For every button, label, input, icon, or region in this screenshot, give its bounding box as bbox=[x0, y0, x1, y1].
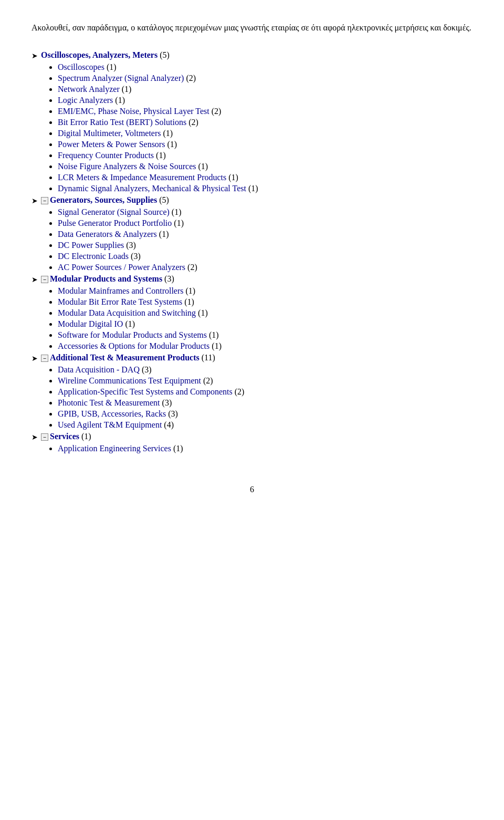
child-count-oscilloscopes-3: (1) bbox=[113, 96, 125, 105]
list-item: Data Generators & Analyzers (1) bbox=[58, 230, 472, 239]
section-link-additional[interactable]: Additional Test & Measurement Products bbox=[50, 353, 200, 362]
list-item: Application Engineering Services (1) bbox=[58, 444, 472, 453]
list-item: Dynamic Signal Analyzers, Mechanical & P… bbox=[58, 184, 472, 193]
child-count-services-0: (1) bbox=[171, 444, 183, 453]
list-item: Wireline Communications Test Equipment (… bbox=[58, 376, 472, 386]
child-link-oscilloscopes-0[interactable]: Oscilloscopes bbox=[58, 63, 104, 71]
child-count-oscilloscopes-2: (1) bbox=[120, 85, 132, 94]
list-item: Used Agilent T&M Equipment (4) bbox=[58, 420, 472, 430]
sub-list-modular: Modular Mainframes and Controllers (1)Mo… bbox=[32, 286, 472, 351]
list-item: Bit Error Ratio Test (BERT) Solutions (2… bbox=[58, 118, 472, 127]
expand-icon[interactable]: − bbox=[41, 197, 48, 204]
child-link-modular-4[interactable]: Software for Modular Products and System… bbox=[58, 330, 207, 339]
child-link-additional-1[interactable]: Wireline Communications Test Equipment bbox=[58, 376, 201, 385]
child-count-additional-3: (3) bbox=[160, 398, 172, 407]
list-item: Network Analyzer (1) bbox=[58, 85, 472, 94]
child-count-generators-2: (1) bbox=[157, 230, 169, 238]
section-link-oscilloscopes[interactable]: Oscilloscopes, Analyzers, Meters bbox=[41, 50, 158, 59]
section-item-generators: ➤−Generators, Sources, Supplies (5) bbox=[32, 195, 472, 205]
child-count-generators-0: (1) bbox=[170, 207, 182, 216]
arrow-icon: ➤ bbox=[32, 433, 38, 442]
sub-list-additional: Data Acquisition - DAQ (3)Wireline Commu… bbox=[32, 365, 472, 430]
child-count-modular-5: (1) bbox=[209, 341, 222, 350]
child-link-oscilloscopes-5[interactable]: Bit Error Ratio Test (BERT) Solutions bbox=[58, 118, 186, 127]
section-count-oscilloscopes: (5) bbox=[158, 50, 170, 59]
child-link-oscilloscopes-4[interactable]: EMI/EMC, Phase Noise, Physical Layer Tes… bbox=[58, 107, 209, 116]
child-count-additional-5: (4) bbox=[162, 420, 174, 429]
sub-list-oscilloscopes: Oscilloscopes (1)Spectrum Analyzer (Sign… bbox=[32, 63, 472, 193]
expand-icon[interactable]: − bbox=[41, 433, 48, 441]
child-link-oscilloscopes-7[interactable]: Power Meters & Power Sensors bbox=[58, 140, 165, 149]
child-count-oscilloscopes-5: (2) bbox=[186, 118, 198, 127]
list-item: EMI/EMC, Phase Noise, Physical Layer Tes… bbox=[58, 107, 472, 116]
list-item: Modular Mainframes and Controllers (1) bbox=[58, 286, 472, 296]
list-item: Power Meters & Power Sensors (1) bbox=[58, 140, 472, 149]
list-item: Spectrum Analyzer (Signal Analyzer) (2) bbox=[58, 74, 472, 83]
child-count-additional-0: (3) bbox=[140, 365, 152, 374]
child-link-generators-1[interactable]: Pulse Generator Product Portfolio bbox=[58, 219, 172, 227]
child-count-generators-5: (2) bbox=[185, 263, 197, 272]
child-link-oscilloscopes-11[interactable]: Dynamic Signal Analyzers, Mechanical & P… bbox=[58, 184, 246, 193]
list-item: Photonic Test & Measurement (3) bbox=[58, 398, 472, 408]
child-link-oscilloscopes-3[interactable]: Logic Analyzers bbox=[58, 96, 113, 105]
child-link-generators-4[interactable]: DC Electronic Loads bbox=[58, 252, 129, 261]
child-count-oscilloscopes-6: (1) bbox=[161, 129, 173, 138]
list-item: Noise Figure Analyzers & Noise Sources (… bbox=[58, 162, 472, 171]
list-item: Modular Data Acquisition and Switching (… bbox=[58, 308, 472, 318]
child-link-generators-2[interactable]: Data Generators & Analyzers bbox=[58, 230, 157, 238]
list-item: Frequency Counter Products (1) bbox=[58, 151, 472, 160]
child-link-oscilloscopes-10[interactable]: LCR Meters & Impedance Measurement Produ… bbox=[58, 173, 226, 182]
expand-icon[interactable]: − bbox=[41, 355, 48, 362]
child-count-modular-0: (1) bbox=[184, 286, 196, 295]
child-link-oscilloscopes-1[interactable]: Spectrum Analyzer (Signal Analyzer) bbox=[58, 74, 184, 82]
list-item: Logic Analyzers (1) bbox=[58, 96, 472, 105]
section-count-modular: (3) bbox=[162, 274, 174, 283]
child-link-modular-2[interactable]: Modular Data Acquisition and Switching bbox=[58, 308, 196, 317]
list-item: Software for Modular Products and System… bbox=[58, 330, 472, 340]
section-link-modular[interactable]: Modular Products and Systems bbox=[50, 274, 162, 283]
expand-icon[interactable]: − bbox=[41, 276, 48, 283]
child-link-services-0[interactable]: Application Engineering Services bbox=[58, 444, 171, 453]
child-link-modular-3[interactable]: Modular Digital IO bbox=[58, 319, 123, 328]
list-item: AC Power Sources / Power Analyzers (2) bbox=[58, 263, 472, 272]
sub-list-services: Application Engineering Services (1) bbox=[32, 444, 472, 453]
page-number: 6 bbox=[32, 485, 472, 494]
child-link-modular-1[interactable]: Modular Bit Error Rate Test Systems bbox=[58, 297, 182, 306]
child-link-oscilloscopes-2[interactable]: Network Analyzer bbox=[58, 85, 120, 94]
section-link-generators[interactable]: Generators, Sources, Supplies bbox=[50, 195, 157, 204]
list-item: Data Acquisition - DAQ (3) bbox=[58, 365, 472, 375]
child-link-oscilloscopes-6[interactable]: Digital Multimeter, Voltmeters bbox=[58, 129, 161, 138]
section-link-services[interactable]: Services bbox=[50, 432, 79, 441]
section-item-oscilloscopes: ➤Oscilloscopes, Analyzers, Meters (5) bbox=[32, 50, 472, 60]
list-item: Modular Digital IO (1) bbox=[58, 319, 472, 329]
child-count-additional-1: (2) bbox=[201, 376, 213, 385]
child-link-generators-3[interactable]: DC Power Supplies bbox=[58, 241, 124, 250]
section-count-services: (1) bbox=[79, 432, 91, 441]
child-link-generators-5[interactable]: AC Power Sources / Power Analyzers bbox=[58, 263, 185, 272]
child-count-modular-1: (1) bbox=[182, 297, 194, 306]
list-item: DC Electronic Loads (3) bbox=[58, 252, 472, 261]
child-link-additional-4[interactable]: GPIB, USB, Accessories, Racks bbox=[58, 409, 166, 418]
list-item: Application-Specific Test Systems and Co… bbox=[58, 387, 472, 397]
child-count-oscilloscopes-7: (1) bbox=[165, 140, 177, 149]
list-item: Modular Bit Error Rate Test Systems (1) bbox=[58, 297, 472, 307]
list-item: Accessories & Options for Modular Produc… bbox=[58, 341, 472, 351]
child-count-generators-1: (1) bbox=[172, 219, 184, 227]
child-link-generators-0[interactable]: Signal Generator (Signal Source) bbox=[58, 207, 170, 216]
child-link-additional-5[interactable]: Used Agilent T&M Equipment bbox=[58, 420, 162, 429]
list-item: LCR Meters & Impedance Measurement Produ… bbox=[58, 173, 472, 182]
child-count-generators-3: (3) bbox=[124, 241, 136, 250]
child-count-oscilloscopes-9: (1) bbox=[196, 162, 208, 171]
child-link-additional-3[interactable]: Photonic Test & Measurement bbox=[58, 398, 160, 407]
child-link-additional-2[interactable]: Application-Specific Test Systems and Co… bbox=[58, 387, 233, 396]
list-item: Oscilloscopes (1) bbox=[58, 63, 472, 72]
list-item: Digital Multimeter, Voltmeters (1) bbox=[58, 129, 472, 138]
child-link-additional-0[interactable]: Data Acquisition - DAQ bbox=[58, 365, 140, 374]
main-navigation-list: ➤Oscilloscopes, Analyzers, Meters (5)Osc… bbox=[32, 50, 472, 453]
child-count-generators-4: (3) bbox=[129, 252, 141, 261]
child-link-oscilloscopes-9[interactable]: Noise Figure Analyzers & Noise Sources bbox=[58, 162, 196, 171]
child-link-oscilloscopes-8[interactable]: Frequency Counter Products bbox=[58, 151, 154, 160]
child-link-modular-5[interactable]: Accessories & Options for Modular Produc… bbox=[58, 341, 209, 350]
list-item: GPIB, USB, Accessories, Racks (3) bbox=[58, 409, 472, 419]
child-link-modular-0[interactable]: Modular Mainframes and Controllers bbox=[58, 286, 184, 295]
